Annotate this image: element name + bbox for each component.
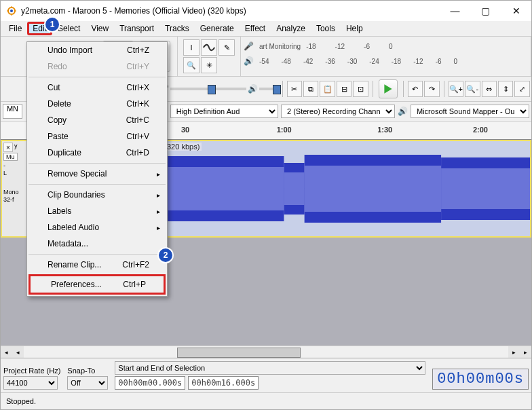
time-display[interactable]: 00h00m00s — [432, 369, 529, 390]
app-icon — [6, 5, 17, 16]
menu-rename-clip[interactable]: Rename Clip...Ctrl+F2 — [27, 257, 167, 273]
menu-metadata[interactable]: Metadata... — [27, 236, 167, 252]
recording-device-select[interactable]: High Definition Aud — [170, 105, 278, 118]
menu-redo[interactable]: RedoCtrl+Y — [27, 58, 167, 75]
status-text: Stopped. — [6, 397, 36, 405]
monitoring-hint: art Monitoring — [259, 43, 301, 50]
selection-toolbar: Project Rate (Hz) 44100 Snap-To Off Star… — [1, 358, 531, 392]
menu-labeled-audio[interactable]: Labeled Audio — [27, 219, 167, 236]
scroll-left2-button[interactable]: ◂ — [12, 346, 24, 358]
titlebar: y2meta.com - Maroon 5 - Memories (Offici… — [1, 1, 531, 21]
selection-mode-select[interactable]: Start and End of Selection — [115, 361, 425, 375]
selection-start[interactable]: 00h00m00.000s — [115, 376, 185, 390]
playback-meter[interactable]: 🔊 -54 -48 -42 -36 -30 -24 -18 -12 -6 0 — [244, 54, 528, 68]
selection-tool-button[interactable]: I — [183, 39, 200, 56]
menu-generate[interactable]: Generate — [195, 22, 240, 35]
copy-button[interactable]: ⧉ — [303, 81, 318, 97]
annotation-badge-1: 1 — [44, 16, 60, 33]
menu-paste[interactable]: PasteCtrl+V — [27, 128, 167, 145]
play-level-icon: 🔊 — [248, 84, 258, 94]
annotation-badge-2: 2 — [157, 247, 174, 263]
svg-rect-12 — [168, 167, 284, 210]
menu-copy[interactable]: CopyCtrl+C — [27, 112, 167, 128]
zoom-out-button[interactable]: 🔍- — [465, 81, 480, 97]
menu-tracks[interactable]: Tracks — [159, 22, 195, 35]
svg-rect-14 — [305, 166, 441, 212]
zoom-in-button[interactable]: 🔍+ — [449, 81, 463, 97]
selection-end[interactable]: 00h00m16.000s — [188, 376, 259, 390]
recording-meter[interactable]: 🎤 art Monitoring -18 -12 -6 0 — [244, 39, 528, 53]
app-window: y2meta.com - Maroon 5 - Memories (Offici… — [0, 0, 532, 410]
menu-analyze[interactable]: Analyze — [271, 22, 311, 35]
zoom-tool-button[interactable]: 🔍 — [183, 57, 200, 73]
scroll-thumb[interactable] — [177, 348, 301, 358]
maximize-button[interactable]: ▢ — [470, 1, 501, 21]
rec-gain-slider[interactable] — [170, 88, 246, 90]
menu-cut[interactable]: CutCtrl+X — [27, 79, 167, 96]
envelope-tool-button[interactable] — [201, 39, 217, 56]
svg-rect-15 — [441, 168, 530, 209]
close-button[interactable]: ✕ — [501, 1, 531, 21]
play-gain-slider[interactable] — [259, 88, 278, 90]
project-rate-label: Project Rate (Hz) — [3, 367, 60, 375]
silence-button[interactable]: ⊡ — [353, 81, 368, 97]
mute-button[interactable]: Mu — [3, 153, 18, 161]
menu-remove-special[interactable]: Remove Special — [27, 166, 167, 182]
undo-button[interactable]: ↶ — [408, 81, 423, 97]
menu-preferences[interactable]: Preferences...Ctrl+P — [31, 276, 164, 293]
draw-tool-button[interactable]: ✎ — [218, 39, 235, 56]
h-scrollbar[interactable]: ◂ ◂ ▸ ▸ — [1, 346, 531, 358]
speaker-icon: 🔊 — [398, 107, 408, 116]
menu-help[interactable]: Help — [341, 22, 368, 35]
menu-view[interactable]: View — [86, 22, 114, 35]
status-bar: Stopped. — [1, 392, 531, 409]
recording-channels-select[interactable]: 2 (Stereo) Recording Chann — [281, 105, 395, 118]
scroll-right2-button[interactable]: ▸ — [508, 346, 520, 358]
scroll-left-button[interactable]: ◂ — [1, 346, 12, 358]
scroll-right-button[interactable]: ▸ — [520, 346, 531, 358]
playback-device-select[interactable]: Microsoft Sound Mapper - Ou — [411, 105, 529, 118]
trim-button[interactable]: ⊟ — [337, 81, 352, 97]
project-rate-select[interactable]: 44100 — [3, 376, 58, 390]
menu-transport[interactable]: Transport — [114, 22, 159, 35]
mic-icon: 🎤 — [244, 41, 254, 51]
window-title: y2meta.com - Maroon 5 - Memories (Offici… — [21, 6, 440, 16]
paste-button[interactable]: 📋 — [320, 81, 335, 97]
fit-selection-button[interactable]: ⇔ — [482, 81, 497, 97]
zoom-toggle-button[interactable]: ⤢ — [514, 81, 529, 97]
menu-file[interactable]: File — [3, 22, 27, 35]
multi-tool-button[interactable]: ✳ — [201, 57, 217, 73]
minimize-button[interactable]: — — [440, 1, 470, 21]
play-button[interactable] — [379, 79, 398, 98]
svg-point-1 — [10, 10, 13, 12]
snap-select[interactable]: Off — [67, 376, 108, 390]
track-close-button[interactable]: × — [3, 143, 13, 152]
redo-button[interactable]: ↷ — [424, 81, 439, 97]
menu-labels[interactable]: Labels — [27, 203, 167, 219]
menu-clip-boundaries[interactable]: Clip Boundaries — [27, 187, 167, 203]
fit-project-button[interactable]: ⇕ — [498, 81, 513, 97]
snap-label: Snap-To — [67, 367, 108, 375]
menu-undo[interactable]: Undo ImportCtrl+Z — [27, 42, 167, 58]
menu-tools[interactable]: Tools — [311, 22, 341, 35]
menu-duplicate[interactable]: DuplicateCtrl+D — [27, 145, 167, 161]
cut-button[interactable]: ✂ — [287, 81, 302, 97]
audio-host-select[interactable]: MN — [3, 104, 22, 119]
menubar: File Edit Select View Transport Tracks G… — [1, 21, 531, 36]
edit-dropdown: Undo ImportCtrl+Z RedoCtrl+Y CutCtrl+X D… — [26, 41, 168, 297]
svg-rect-13 — [284, 172, 304, 205]
speaker-icon: 🔊 — [244, 56, 254, 66]
menu-delete[interactable]: DeleteCtrl+K — [27, 96, 167, 112]
menu-effect[interactable]: Effect — [240, 22, 271, 35]
